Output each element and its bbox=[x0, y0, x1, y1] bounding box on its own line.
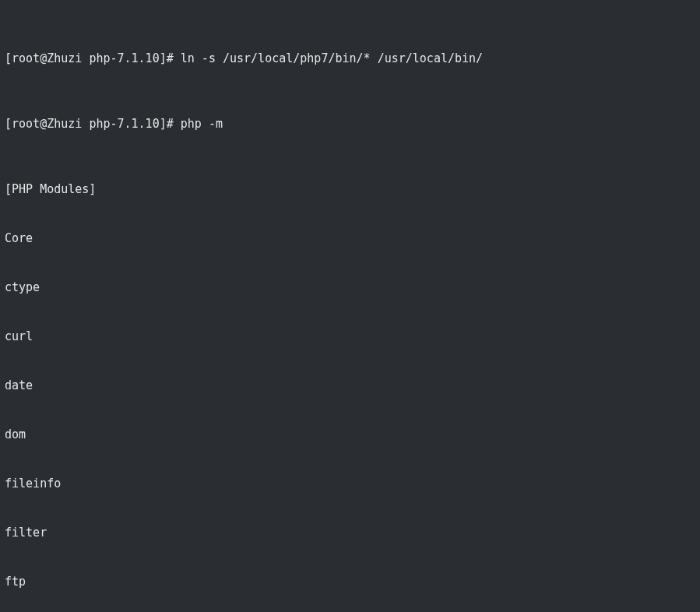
prompt-open-bracket: [ bbox=[5, 117, 12, 131]
prompt-path: php-7.1.10 bbox=[89, 51, 159, 65]
output-line: curl bbox=[5, 329, 695, 345]
output-line: dom bbox=[5, 427, 695, 443]
output-line: filter bbox=[5, 525, 695, 541]
prompt-host: Zhuzi bbox=[47, 117, 82, 131]
prompt-path: php-7.1.10 bbox=[89, 117, 159, 131]
output-line: ctype bbox=[5, 280, 695, 296]
prompt-open-bracket: [ bbox=[5, 51, 12, 65]
command-2: php -m bbox=[181, 117, 223, 131]
prompt-close-bracket: ] bbox=[160, 51, 167, 65]
prompt-user: root bbox=[12, 117, 40, 131]
command-line-1: [root@Zhuzi php-7.1.10]# ln -s /usr/loca… bbox=[5, 51, 695, 67]
prompt-user: root bbox=[12, 51, 40, 65]
prompt-at: @ bbox=[40, 51, 47, 65]
prompt-symbol: # bbox=[167, 51, 181, 65]
command-1: ln -s /usr/local/php7/bin/* /usr/local/b… bbox=[181, 51, 483, 65]
prompt-close-bracket: ] bbox=[160, 117, 167, 131]
prompt-host: Zhuzi bbox=[47, 51, 82, 65]
prompt-symbol: # bbox=[167, 117, 181, 131]
prompt-at: @ bbox=[40, 117, 47, 131]
output-line: [PHP Modules] bbox=[5, 181, 695, 198]
output-line: date bbox=[5, 378, 695, 394]
terminal[interactable]: [root@Zhuzi php-7.1.10]# ln -s /usr/loca… bbox=[0, 0, 700, 612]
output-line: ftp bbox=[5, 574, 695, 590]
command-line-2: [root@Zhuzi php-7.1.10]# php -m bbox=[5, 116, 695, 132]
output-line: fileinfo bbox=[5, 476, 695, 492]
output-line: Core bbox=[5, 230, 695, 247]
